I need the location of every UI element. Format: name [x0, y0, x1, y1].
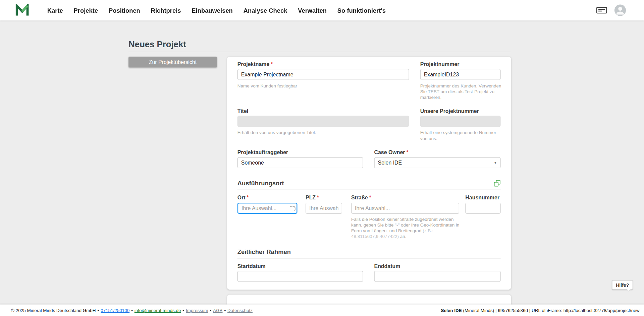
user-avatar[interactable] [614, 4, 626, 16]
projektauftraggeber-label: Projektauftraggeber [237, 149, 288, 155]
main-navigation: Karte Projekte Positionen Richtpreis Ein… [47, 7, 386, 14]
footer-datenschutz-link[interactable]: Datenschutz [227, 308, 253, 313]
unsere-projektnummer-helper: Erhält eine systemgenerierte Nummer von … [420, 130, 501, 141]
page-title: Neues Projekt [128, 40, 186, 49]
case-owner-selected-value: Selen IDE [378, 160, 402, 166]
strasse-label: Straße* [351, 194, 371, 200]
enddatum-input[interactable] [374, 271, 501, 282]
nav-item-projekte[interactable]: Projekte [74, 7, 98, 14]
footer-email-link[interactable]: info@mineral-minds.de [135, 308, 181, 313]
required-marker: * [247, 194, 249, 200]
unsere-projektnummer-input [420, 116, 501, 127]
nav-item-karte[interactable]: Karte [47, 7, 63, 14]
mineral-minds-logo-icon[interactable] [15, 4, 29, 17]
loading-spinner-icon [289, 205, 296, 212]
projektnummer-helper: Projektnummer des Kunden. Verwenden Sie … [420, 83, 501, 100]
strasse-input[interactable] [351, 203, 459, 214]
strasse-helper: Falls die Position keiner Straße zugeord… [351, 216, 461, 239]
top-navbar: Karte Projekte Positionen Richtpreis Ein… [0, 0, 644, 20]
server-icon[interactable] [596, 7, 607, 14]
nav-item-verwalten[interactable]: Verwalten [298, 7, 327, 14]
title-divider [128, 52, 511, 52]
nav-item-so-funktionierts[interactable]: So funktioniert's [337, 7, 386, 14]
zur-projektuebersicht-button[interactable]: Zur Projektübersicht [128, 57, 217, 67]
titel-helper: Erhält den von uns vorgegebenen Titel. [237, 130, 409, 135]
required-marker: * [406, 149, 408, 155]
required-marker: * [271, 61, 273, 67]
case-owner-select[interactable]: Selen IDE ▼ [374, 157, 501, 168]
plz-label: PLZ* [306, 194, 319, 200]
nav-item-richtpreis[interactable]: Richtpreis [151, 7, 181, 14]
footer: © 2025 Mineral Minds Deutschland GmbH • … [0, 305, 644, 316]
unsere-projektnummer-label: Unsere Projektnummer [420, 108, 479, 114]
projektnummer-label: Projektnummer [420, 61, 460, 67]
plz-input[interactable] [306, 203, 342, 214]
case-owner-label: Case Owner* [374, 149, 409, 155]
footer-copyright: © 2025 Mineral Minds Deutschland GmbH [11, 308, 96, 313]
next-card-partial [227, 295, 511, 305]
footer-separator: • [182, 308, 184, 313]
ort-label: Ort* [237, 194, 249, 200]
required-marker: * [369, 194, 371, 200]
enddatum-label: Enddatum [374, 263, 400, 269]
titel-label: Titel [237, 108, 248, 114]
nav-item-einbauweisen[interactable]: Einbauweisen [192, 7, 232, 14]
projektnummer-input[interactable] [420, 69, 501, 80]
footer-impressum-link[interactable]: Impressum [186, 308, 208, 313]
hausnummer-input[interactable] [465, 203, 500, 214]
section-divider [237, 258, 501, 258]
footer-user-name: Selen IDE [441, 308, 462, 313]
startdatum-label: Startdatum [237, 263, 266, 269]
footer-session-info: Selen IDE (Mineral Minds) | 69576255536d… [441, 308, 640, 313]
app-root: Karte Projekte Positionen Richtpreis Ein… [0, 0, 644, 316]
required-marker: * [317, 194, 319, 200]
nav-item-analyse-check[interactable]: Analyse Check [244, 7, 287, 14]
new-project-form-card: Projektname* Name vom Kunden festlegbar … [227, 57, 511, 290]
footer-separator: • [97, 308, 99, 313]
footer-separator: • [210, 308, 211, 313]
hausnummer-label: Hausnummer [465, 194, 499, 200]
ort-input[interactable] [237, 203, 298, 214]
footer-phone-link[interactable]: 07151/250100 [101, 308, 129, 313]
projektname-label: Projektname* [237, 61, 273, 67]
projektname-helper: Name vom Kunden festlegbar [237, 83, 409, 88]
footer-separator: • [224, 308, 226, 313]
projektname-input[interactable] [237, 69, 409, 80]
chevron-down-icon: ▼ [494, 161, 497, 165]
ausfuehrungsort-section-heading: Ausführungsort [237, 180, 284, 187]
footer-left: © 2025 Mineral Minds Deutschland GmbH • … [11, 308, 253, 313]
copy-icon[interactable] [493, 179, 501, 187]
footer-separator: • [131, 308, 133, 313]
footer-agb-link[interactable]: AGB [213, 308, 222, 313]
person-icon [614, 4, 626, 16]
footer-session-details: (Mineral Minds) | 69576255536d | URL of … [462, 308, 640, 313]
startdatum-input[interactable] [237, 271, 363, 282]
section-divider [237, 190, 501, 190]
help-button[interactable]: Hilfe? [612, 280, 633, 290]
titel-input [237, 116, 409, 127]
nav-item-positionen[interactable]: Positionen [109, 7, 140, 14]
projektauftraggeber-input[interactable] [237, 157, 363, 168]
zeitlicher-rahmen-section-heading: Zeitlicher Rahmen [237, 248, 291, 255]
